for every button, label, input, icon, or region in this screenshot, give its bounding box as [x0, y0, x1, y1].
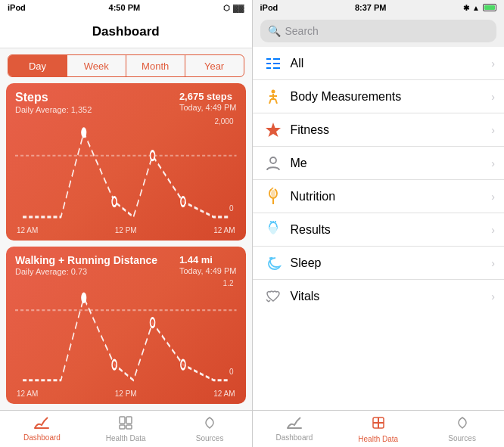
- segment-week[interactable]: Week: [67, 55, 126, 76]
- svg-point-28: [270, 157, 276, 163]
- svg-rect-12: [126, 417, 132, 424]
- health-data-tab-icon: [118, 415, 133, 433]
- tab-health-data-right[interactable]: Health Data: [336, 411, 420, 447]
- walking-value: 1.44 mi: [179, 254, 237, 265]
- carrier-right: iPod: [260, 3, 278, 12]
- svg-line-36: [269, 300, 270, 302]
- steps-chart-svg: [15, 117, 237, 225]
- tab-health-data-left[interactable]: Health Data: [84, 411, 168, 447]
- steps-max-label: 2,000: [214, 117, 233, 126]
- steps-title: Steps: [15, 91, 92, 104]
- sources-tab-icon-left: [202, 415, 217, 433]
- dashboard-tab-icon-right: [286, 416, 303, 432]
- dashboard-tab-icon: [33, 416, 50, 432]
- svg-line-30: [272, 188, 273, 189]
- walking-running-card[interactable]: Walking + Running Distance Daily Average…: [6, 247, 246, 404]
- tab-sources-label-left: Sources: [196, 434, 224, 442]
- time-segment-control[interactable]: Day Week Month Year: [8, 54, 244, 77]
- walking-time-0: 12 AM: [17, 390, 38, 398]
- tab-health-data-label-left: Health Data: [106, 434, 146, 442]
- walking-time-2: 12 AM: [213, 390, 235, 398]
- cards-container: Steps Daily Average: 1,352 2,675 steps T…: [0, 83, 252, 410]
- health-data-tab-icon-right: [370, 414, 387, 433]
- nutrition-icon: [262, 188, 285, 206]
- steps-today: Today, 4:49 PM: [179, 103, 237, 112]
- tab-sources-left[interactable]: Sources: [168, 411, 252, 447]
- segment-day[interactable]: Day: [8, 55, 67, 76]
- list-item-sleep[interactable]: Sleep ›: [253, 247, 505, 280]
- segment-month[interactable]: Month: [126, 55, 185, 76]
- walking-card-header: Walking + Running Distance Daily Average…: [15, 254, 237, 276]
- list-item-nutrition[interactable]: Nutrition ›: [253, 180, 505, 213]
- results-icon: [262, 221, 285, 239]
- sleep-chevron: ›: [491, 257, 495, 269]
- all-label: All: [291, 57, 492, 70]
- fitness-label: Fitness: [291, 123, 492, 137]
- battery-left: ▓▓: [233, 4, 244, 12]
- list-item-fitness[interactable]: Fitness ›: [253, 113, 505, 147]
- search-placeholder-text: Search: [285, 25, 319, 37]
- svg-line-27: [275, 99, 277, 104]
- status-bar-right: iPod 8:37 PM ✱ ▲: [253, 0, 505, 15]
- bluetooth-right: ✱: [463, 4, 469, 12]
- svg-point-4: [181, 197, 185, 206]
- steps-card[interactable]: Steps Daily Average: 1,352 2,675 steps T…: [6, 83, 246, 241]
- list-item-body-measurements[interactable]: Body Measurements ›: [253, 80, 505, 113]
- steps-time-2: 12 AM: [213, 226, 235, 234]
- sources-tab-icon-right: [455, 415, 470, 433]
- me-chevron: ›: [491, 157, 495, 169]
- svg-point-2: [112, 197, 117, 206]
- carrier-left: iPod: [8, 3, 26, 12]
- fitness-icon: [262, 121, 285, 139]
- search-bar[interactable]: 🔍 Search: [260, 20, 497, 42]
- walking-chart-svg: [15, 279, 237, 388]
- tab-dashboard-left[interactable]: Dashboard: [0, 411, 84, 447]
- walking-chart-area: 1.2 0: [15, 279, 237, 388]
- walking-time-labels: 12 AM 12 PM 12 AM: [15, 390, 237, 398]
- steps-chart-area: 2,000 0: [15, 117, 237, 225]
- walking-title: Walking + Running Distance: [15, 254, 157, 266]
- tab-dashboard-right[interactable]: Dashboard: [253, 411, 337, 447]
- list-item-all[interactable]: All ›: [253, 47, 505, 80]
- steps-card-header: Steps Daily Average: 1,352 2,675 steps T…: [15, 91, 237, 114]
- list-item-vitals[interactable]: Vitals ›: [253, 280, 505, 313]
- steps-value: 2,675 steps: [179, 91, 237, 102]
- walking-value-group: 1.44 mi Today, 4:49 PM: [179, 254, 237, 275]
- vitals-chevron: ›: [491, 290, 495, 303]
- status-icons-left: ⬡ ▓▓: [223, 4, 244, 12]
- body-measurements-label: Body Measurements: [291, 90, 492, 104]
- steps-time-1: 12 PM: [115, 226, 137, 234]
- walking-max-label: 1.2: [223, 279, 234, 287]
- time-right: 8:37 PM: [355, 3, 387, 12]
- sleep-icon: [262, 255, 285, 272]
- tab-health-data-label-right: Health Data: [358, 435, 398, 443]
- tab-dashboard-label-right: Dashboard: [275, 433, 313, 442]
- svg-rect-37: [287, 427, 302, 429]
- me-icon: [262, 155, 285, 172]
- list-item-results[interactable]: Results ›: [253, 213, 505, 247]
- status-bar-left: iPod 4:50 PM ⬡ ▓▓: [0, 0, 252, 15]
- svg-point-8: [151, 318, 155, 327]
- steps-title-group: Steps Daily Average: 1,352: [15, 91, 92, 114]
- tab-sources-right[interactable]: Sources: [420, 411, 504, 447]
- steps-value-group: 2,675 steps Today, 4:49 PM: [179, 91, 237, 112]
- svg-rect-10: [34, 427, 49, 429]
- svg-rect-11: [120, 417, 125, 424]
- svg-line-26: [269, 99, 271, 104]
- segment-year[interactable]: Year: [185, 55, 244, 76]
- steps-time-labels: 12 AM 12 PM 12 AM: [15, 226, 237, 234]
- vitals-label: Vitals: [291, 290, 492, 303]
- sleep-label: Sleep: [291, 256, 492, 270]
- tab-bar-left: Dashboard Health Data Sources: [0, 410, 252, 447]
- status-icons-right: ✱ ▲: [463, 4, 496, 12]
- results-label: Results: [291, 223, 492, 237]
- steps-min-label: 0: [229, 204, 234, 213]
- list-item-me[interactable]: Me ›: [253, 147, 505, 180]
- walking-min-label: 0: [229, 368, 234, 376]
- svg-line-35: [266, 300, 269, 302]
- me-label: Me: [291, 157, 492, 170]
- all-chevron: ›: [491, 57, 495, 70]
- svg-rect-13: [120, 425, 125, 429]
- body-measurements-icon: [262, 88, 285, 105]
- body-measurements-chevron: ›: [491, 91, 495, 103]
